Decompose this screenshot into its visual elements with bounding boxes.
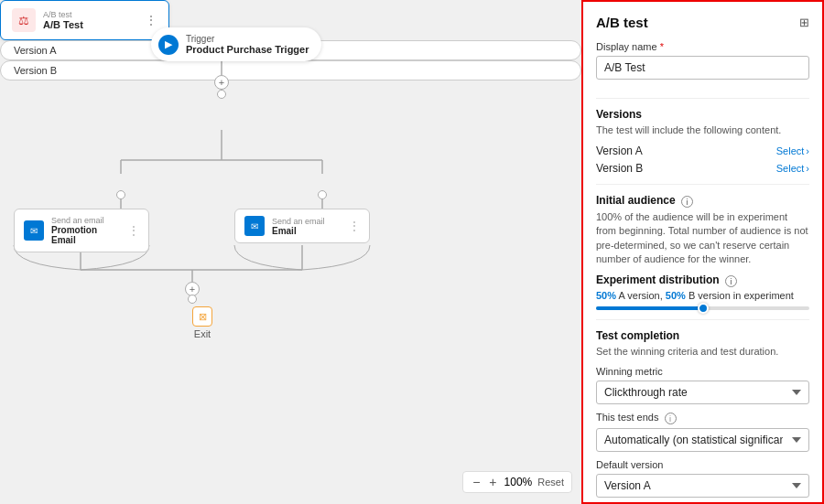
version-b-row: Version B Select › bbox=[596, 162, 809, 175]
email-a-icon: ✉ bbox=[24, 220, 44, 241]
email-b-title: Email bbox=[272, 226, 342, 236]
email-a-menu-button[interactable]: ⋮ bbox=[128, 224, 139, 237]
slider-label: 50% A version, 50% B version in experime… bbox=[596, 290, 809, 301]
connector-dot-2 bbox=[116, 190, 125, 199]
default-version-select[interactable]: Version A Version B bbox=[596, 474, 809, 498]
exit-icon: ⊠ bbox=[192, 306, 212, 327]
email-a-labels: Send an email Promotion Email bbox=[51, 216, 121, 245]
version-a-row-label: Version A bbox=[596, 145, 643, 157]
initial-audience-title: Initial audience i bbox=[596, 194, 809, 207]
ab-test-node[interactable]: ⚖ A/B test A/B Test ⋮ bbox=[0, 0, 169, 40]
initial-audience-desc: 100% of the audience will be in experime… bbox=[596, 210, 809, 267]
divider-3 bbox=[596, 319, 809, 320]
winning-metric-select[interactable]: Clickthrough rate Open rate Revenue bbox=[596, 381, 809, 404]
test-ends-label: This test ends i bbox=[596, 412, 809, 424]
panel-title: A/B test bbox=[596, 15, 648, 30]
email-a-sublabel: Send an email bbox=[51, 216, 121, 225]
slider-thumb[interactable] bbox=[698, 303, 709, 314]
experiment-slider-container bbox=[596, 306, 809, 310]
ab-test-labels: A/B test A/B Test bbox=[43, 10, 137, 30]
connector-dot-4 bbox=[188, 295, 197, 304]
email-b-menu-button[interactable]: ⋮ bbox=[349, 220, 360, 232]
ab-test-sublabel: A/B test bbox=[43, 10, 137, 19]
connector-dot-3 bbox=[318, 190, 327, 199]
trigger-name: Product Purchase Trigger bbox=[186, 44, 309, 55]
test-completion-desc: Set the winning criteria and test durati… bbox=[596, 345, 809, 359]
exit-label: Exit bbox=[194, 328, 211, 339]
test-ends-info-icon[interactable]: i bbox=[665, 413, 677, 424]
version-a-label: Version A bbox=[14, 45, 56, 56]
slider-fill bbox=[596, 306, 703, 310]
versions-desc: The test will include the following cont… bbox=[596, 123, 809, 137]
display-name-input[interactable] bbox=[596, 56, 809, 80]
divider-2 bbox=[596, 184, 809, 185]
zoom-reset-button[interactable]: Reset bbox=[537, 477, 564, 488]
zoom-in-button[interactable]: + bbox=[487, 475, 498, 489]
exit-node[interactable]: ⊠ Exit bbox=[192, 306, 212, 339]
add-step-button-1[interactable]: + bbox=[214, 75, 229, 90]
test-completion-title: Test completion bbox=[596, 329, 809, 342]
ab-test-menu-button[interactable]: ⋮ bbox=[145, 13, 157, 27]
canvas-area: ▶ Trigger Product Purchase Trigger + ⚖ A… bbox=[0, 0, 581, 504]
email-a-title: Promotion Email bbox=[51, 225, 121, 245]
versions-title: Versions bbox=[596, 108, 809, 121]
email-b-icon: ✉ bbox=[244, 216, 265, 236]
email-b-sublabel: Send an email bbox=[272, 217, 342, 226]
right-panel: A/B test ⊞ Display name * Versions The t… bbox=[581, 0, 824, 504]
panel-header: A/B test ⊞ bbox=[596, 15, 809, 30]
email-node-a[interactable]: ✉ Send an email Promotion Email ⋮ bbox=[14, 209, 149, 252]
email-node-b[interactable]: ✉ Send an email Email ⋮ bbox=[234, 209, 370, 243]
email-b-labels: Send an email Email bbox=[272, 217, 342, 236]
version-a-row: Version A Select › bbox=[596, 145, 809, 157]
panel-expand-icon[interactable]: ⊞ bbox=[799, 16, 809, 29]
ab-test-title: A/B Test bbox=[43, 19, 137, 30]
test-ends-select[interactable]: Automatically (on statistical significan… bbox=[596, 428, 809, 452]
winning-metric-label: Winning metric bbox=[596, 366, 809, 377]
zoom-out-button[interactable]: − bbox=[471, 475, 482, 489]
zoom-controls: − + 100% Reset bbox=[462, 471, 572, 493]
version-a-select-button[interactable]: Select › bbox=[776, 145, 809, 156]
zoom-level: 100% bbox=[504, 476, 533, 488]
divider-1 bbox=[596, 98, 809, 99]
version-b-label: Version B bbox=[14, 65, 57, 76]
connector-dot-1 bbox=[217, 90, 226, 99]
ab-test-icon: ⚖ bbox=[12, 8, 36, 32]
display-name-label: Display name * bbox=[596, 41, 809, 52]
trigger-labels: Trigger Product Purchase Trigger bbox=[186, 34, 309, 55]
version-b-row-label: Version B bbox=[596, 162, 643, 175]
slider-track bbox=[596, 306, 809, 310]
experiment-dist-info-icon[interactable]: i bbox=[725, 275, 737, 287]
version-b-node[interactable]: Version B bbox=[0, 60, 581, 80]
initial-audience-info-icon[interactable]: i bbox=[681, 196, 693, 208]
trigger-icon: ▶ bbox=[158, 35, 179, 55]
trigger-label: Trigger bbox=[186, 34, 309, 44]
experiment-dist-title: Experiment distribution i bbox=[596, 273, 809, 286]
default-version-label: Default version bbox=[596, 459, 809, 470]
version-b-select-button[interactable]: Select › bbox=[776, 163, 809, 174]
trigger-node[interactable]: ▶ Trigger Product Purchase Trigger bbox=[151, 27, 321, 61]
